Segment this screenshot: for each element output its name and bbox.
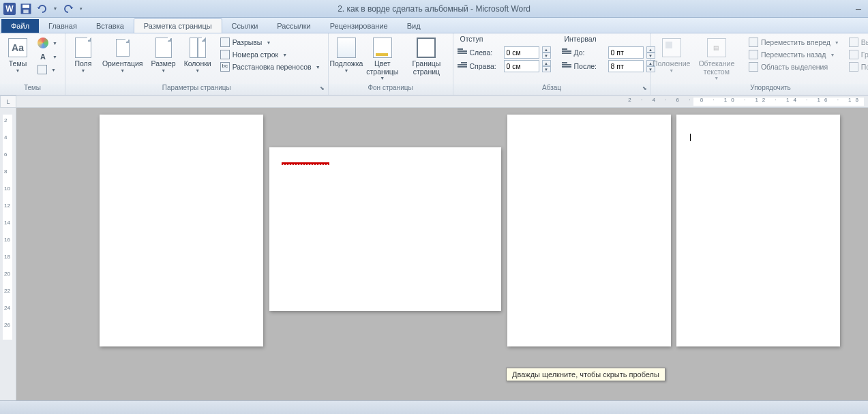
themes-button[interactable]: Aa Темы ▼ <box>3 35 33 74</box>
tab-file[interactable]: Файл <box>1 19 39 33</box>
bring-forward-button[interactable]: Переместить вперед▼ <box>747 37 841 48</box>
group-arrange: Положение▼ ▤ Обтекание текстом▼ Перемест… <box>651 33 868 95</box>
align-button[interactable]: Выров <box>847 37 868 48</box>
send-backward-button[interactable]: Переместить назад▼ <box>747 49 841 60</box>
effects-icon <box>38 65 47 74</box>
group-page-background: Подложка▼ Цвет страницы▼ Границы страниц… <box>329 33 453 95</box>
ribbon: Aa Темы ▼ ▼ A▼ ▼ Темы Поля▼ Ориентация▼ <box>0 33 868 95</box>
quick-access-toolbar: W ▼ ▾ <box>0 2 85 16</box>
bring-forward-icon <box>749 38 758 47</box>
text-cursor <box>690 134 691 141</box>
rotate-icon <box>849 62 858 72</box>
line-numbers-button[interactable]: Номера строк▼ <box>218 49 323 60</box>
text-squiggle <box>282 162 329 164</box>
group-label-arrange: Упорядочить <box>651 84 868 95</box>
page-setup-launcher[interactable]: ⬊ <box>319 85 326 92</box>
group-button[interactable]: Групп <box>847 49 868 60</box>
paragraph-launcher[interactable]: ⬊ <box>642 85 648 92</box>
theme-fonts-button[interactable]: A▼ <box>35 50 59 63</box>
status-bar <box>0 400 868 414</box>
wrap-icon: ▤ <box>707 38 726 57</box>
size-icon <box>155 38 172 58</box>
group-themes: Aa Темы ▼ ▼ A▼ ▼ Темы <box>0 33 65 95</box>
selection-pane-icon <box>749 62 758 72</box>
spacing-after: После: ▲▼ <box>560 59 657 73</box>
spacing-after-input[interactable] <box>608 60 644 72</box>
indent-left: Слева: ▲▼ <box>456 46 552 59</box>
colors-icon <box>38 38 48 48</box>
hyphenation-button[interactable]: bcРасстановка переносов▼ <box>218 61 323 72</box>
size-button[interactable]: Размер▼ <box>147 35 180 74</box>
tab-selector[interactable]: L <box>0 95 16 108</box>
spacing-before-icon <box>562 48 571 57</box>
watermark-button[interactable]: Подложка▼ <box>331 35 362 74</box>
orientation-icon <box>116 39 130 57</box>
tab-home[interactable]: Главная <box>39 19 87 33</box>
undo-button[interactable] <box>35 2 49 16</box>
breaks-icon <box>220 38 230 47</box>
ruler-h-numbers: 2 · 4 · 6 · 8 · 10 · 12 · 14 · 16 · 18 <box>628 97 863 103</box>
tab-references[interactable]: Ссылки <box>222 19 268 33</box>
vertical-ruler[interactable]: 2468101214161820222426 <box>0 108 16 400</box>
page-4[interactable] <box>676 115 840 346</box>
group-label-paragraph: Абзац⬊ <box>453 84 650 95</box>
save-button[interactable] <box>19 2 33 16</box>
spacing-before-input[interactable] <box>608 46 644 59</box>
indent-left-icon <box>458 48 467 57</box>
indent-right-down[interactable]: ▼ <box>542 66 551 72</box>
columns-button[interactable]: Колонки▼ <box>180 35 215 74</box>
orientation-button[interactable]: Ориентация▼ <box>98 35 147 74</box>
group-paragraph: Отступ Слева: ▲▼ Справа: ▲▼ Интервал <box>453 33 651 95</box>
fonts-icon: A <box>38 51 48 62</box>
align-icon <box>849 38 858 47</box>
title-bar: W ▼ ▾ 2. как в ворде сделать альбомный -… <box>0 0 868 18</box>
svg-rect-1 <box>23 4 29 8</box>
margins-button[interactable]: Поля▼ <box>68 35 98 74</box>
hyphenation-icon: bc <box>220 62 230 72</box>
group-label-page-bg: Фон страницы <box>329 84 453 95</box>
indent-left-input[interactable] <box>504 46 539 59</box>
qat-customize[interactable]: ▾ <box>78 2 85 16</box>
group-label-page-setup: Параметры страницы⬊ <box>65 84 328 95</box>
tab-mailings[interactable]: Рассылки <box>267 19 320 33</box>
theme-colors-button[interactable]: ▼ <box>35 37 59 49</box>
ruler-v-numbers: 2468101214161820222426 <box>4 117 10 328</box>
page-1[interactable] <box>100 115 263 346</box>
tab-view[interactable]: Вид <box>398 19 430 33</box>
redo-button[interactable] <box>61 2 75 16</box>
line-numbers-icon <box>220 50 230 59</box>
tab-insert[interactable]: Вставка <box>87 19 134 33</box>
page-3[interactable] <box>507 115 671 346</box>
indent-right-input[interactable] <box>504 60 539 72</box>
tab-review[interactable]: Рецензирование <box>320 19 398 33</box>
page-borders-button[interactable]: Границы страниц <box>403 35 449 77</box>
group-icon <box>849 50 858 59</box>
wrap-text-button[interactable]: ▤ Обтекание текстом▼ <box>689 35 744 82</box>
whitespace-tooltip: Дважды щелкните, чтобы скрыть пробелы <box>506 368 665 381</box>
themes-icon: Aa <box>8 38 27 57</box>
minimize-button[interactable]: ─ <box>849 3 868 15</box>
margins-icon <box>75 38 91 58</box>
rotate-button[interactable]: Повер <box>847 61 868 72</box>
document-area[interactable]: Дважды щелкните, чтобы скрыть пробелы <box>16 108 868 400</box>
page-color-button[interactable]: Цвет страницы▼ <box>361 35 403 82</box>
indent-left-down[interactable]: ▼ <box>542 53 551 59</box>
horizontal-ruler[interactable]: 2 · 4 · 6 · 8 · 10 · 12 · 14 · 16 · 18 <box>16 95 868 108</box>
page-2[interactable] <box>269 147 501 311</box>
window-title: 2. как в ворде сделать альбомный - Micro… <box>338 4 530 14</box>
indent-left-up[interactable]: ▲ <box>542 46 551 53</box>
columns-icon <box>190 38 206 58</box>
breaks-button[interactable]: Разрывы▼ <box>218 37 323 48</box>
indent-title: Отступ <box>456 33 552 46</box>
position-button[interactable]: Положение▼ <box>654 35 689 74</box>
indent-right: Справа: ▲▼ <box>456 59 552 73</box>
theme-effects-button[interactable]: ▼ <box>35 64 59 75</box>
window-controls: ─ <box>849 3 868 15</box>
selection-pane-button[interactable]: Область выделения <box>747 61 841 72</box>
ribbon-tabs: Файл Главная Вставка Разметка страницы С… <box>0 18 868 33</box>
word-icon[interactable]: W <box>3 2 16 16</box>
undo-dropdown[interactable]: ▼ <box>52 2 59 16</box>
indent-right-up[interactable]: ▲ <box>542 60 551 66</box>
tab-page-layout[interactable]: Разметка страницы <box>134 18 222 33</box>
position-icon <box>662 38 681 57</box>
